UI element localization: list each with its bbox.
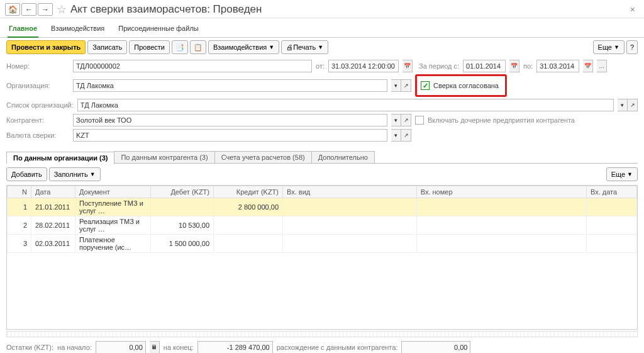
data-subtabs: По данным организации (3) По данным конт… — [6, 151, 638, 164]
col-doc[interactable]: Документ — [75, 186, 151, 198]
balance-diff-label: расхождение с данными контрагента: — [277, 344, 398, 351]
period-to-calendar-icon[interactable]: 📅 — [583, 60, 593, 72]
org-list-dropdown-icon[interactable]: ▾ — [618, 99, 628, 111]
balances-label: Остатки (KZT): — [6, 344, 53, 351]
forward-button[interactable]: → — [38, 3, 53, 16]
number-field[interactable]: ТДЛ00000002 — [73, 60, 312, 72]
balance-start-field: 0,00 — [96, 341, 146, 353]
add-row-button[interactable]: Добавить — [6, 167, 47, 181]
org-list-open-icon[interactable]: ↗ — [628, 99, 638, 111]
currency-open-icon[interactable]: ↗ — [401, 129, 411, 142]
currency-field[interactable]: KZT — [73, 129, 387, 142]
main-toolbar: Провести и закрыть Записать Провести 📑 📋… — [0, 38, 644, 57]
table-row[interactable]: 228.02.2011Реализация ТМЗ и услуг …10 53… — [8, 216, 637, 235]
org-list-label: Список организаций: — [6, 101, 74, 109]
counterparty-dropdown-icon[interactable]: ▾ — [391, 114, 401, 126]
favorite-icon[interactable]: ☆ — [57, 3, 67, 16]
col-incoming-no[interactable]: Вх. номер — [416, 186, 586, 198]
balance-end-field: -1 289 470,00 — [197, 341, 273, 353]
subtab-accounts[interactable]: Счета учета расчетов (58) — [214, 151, 312, 163]
related-icon[interactable]: 📋 — [190, 40, 206, 54]
help-button[interactable]: ? — [626, 40, 638, 54]
include-children-checkbox[interactable]: ✓ — [415, 116, 424, 125]
subtab-cp-data[interactable]: По данным контрагента (3) — [114, 151, 214, 163]
organization-field[interactable]: ТД Лакомка — [73, 79, 387, 92]
period-to-label: по: — [523, 62, 533, 70]
reconcile-agreed-label: Сверка согласована — [433, 82, 499, 89]
from-label: от: — [316, 62, 325, 70]
h-scrollbar[interactable] — [6, 331, 638, 337]
col-incoming-date[interactable]: Вх. дата — [587, 186, 637, 198]
page-title: Акт сверки взаиморасчетов: Проведен — [70, 3, 626, 16]
col-n[interactable]: N — [8, 186, 31, 198]
org-list-field[interactable]: ТД Лакомка — [77, 99, 614, 111]
counterparty-field[interactable]: Золотой век ТОО — [73, 114, 387, 126]
counterparty-open-icon[interactable]: ↗ — [401, 114, 411, 126]
period-from-calendar-icon[interactable]: 📅 — [509, 60, 519, 72]
close-button[interactable]: × — [626, 4, 639, 14]
data-table: N Дата Документ Дебет (KZT) Кредит (KZT)… — [7, 186, 637, 253]
period-to-field[interactable]: 31.03.2014 — [536, 60, 579, 72]
period-label: За период с: — [419, 62, 459, 70]
balance-start-calc-icon[interactable]: 🖩 — [150, 341, 160, 353]
balance-diff-field: 0,00 — [401, 341, 470, 353]
table-more-dropdown[interactable]: Еще▼ — [606, 167, 638, 181]
subtab-org-data[interactable]: По данным организации (3) — [6, 152, 114, 164]
section-tabs: Главное Взаимодействия Присоединенные фа… — [0, 18, 644, 38]
currency-dropdown-icon[interactable]: ▾ — [391, 129, 401, 142]
organization-dropdown-icon[interactable]: ▾ — [391, 79, 401, 92]
post-and-close-button[interactable]: Провести и закрыть — [6, 40, 86, 54]
back-button[interactable]: ← — [21, 3, 36, 16]
data-table-wrap: N Дата Документ Дебет (KZT) Кредит (KZT)… — [6, 185, 638, 330]
organization-open-icon[interactable]: ↗ — [401, 79, 411, 92]
col-credit[interactable]: Кредит (KZT) — [214, 186, 283, 198]
subtab-extra[interactable]: Дополнительно — [311, 151, 375, 163]
balance-start-label: на начало: — [57, 344, 92, 351]
from-date-field[interactable]: 31.03.2014 12:00:00 — [328, 60, 399, 72]
col-date[interactable]: Дата — [31, 186, 75, 198]
post-button[interactable]: Провести — [129, 40, 170, 54]
col-incoming-kind[interactable]: Вх. вид — [283, 186, 417, 198]
form-area: Номер: ТДЛ00000002 от: 31.03.2014 12:00:… — [0, 57, 644, 147]
include-children-label: Включать дочерние предприятия контрагент… — [428, 116, 575, 124]
reconcile-agreed-highlight: ✓ Сверка согласована — [415, 74, 507, 97]
save-button[interactable]: Записать — [87, 40, 127, 54]
currency-label: Валюта сверки: — [6, 132, 69, 139]
from-date-calendar-icon[interactable]: 📅 — [402, 60, 413, 72]
counterparty-label: Контрагент: — [6, 116, 69, 124]
home-button[interactable]: 🏠 — [5, 3, 20, 16]
structure-icon[interactable]: 📑 — [172, 40, 188, 54]
tab-interactions[interactable]: Взаимодействия — [50, 22, 106, 37]
period-from-field[interactable]: 01.01.2014 — [463, 60, 506, 72]
number-label: Номер: — [6, 62, 69, 70]
balance-end-label: на конец: — [164, 344, 194, 351]
reconcile-agreed-checkbox[interactable]: ✓ — [421, 81, 430, 90]
table-toolbar: Добавить Заполнить▼ Еще▼ — [0, 164, 644, 185]
table-row[interactable]: 302.03.2011Платежное поручение (ис…1 500… — [8, 235, 637, 253]
balances-row: Остатки (KZT): на начало: 0,00 🖩 на коне… — [0, 340, 644, 353]
tab-files[interactable]: Присоединенные файлы — [117, 22, 199, 37]
organization-label: Организация: — [6, 82, 69, 89]
more-dropdown[interactable]: Еще▼ — [593, 40, 625, 54]
fill-dropdown[interactable]: Заполнить▼ — [49, 167, 101, 181]
tab-main[interactable]: Главное — [8, 22, 38, 37]
interactions-dropdown[interactable]: Взаимодействия▼ — [208, 40, 279, 54]
print-dropdown[interactable]: 🖨 Печать▼ — [281, 40, 328, 54]
period-select-button[interactable]: … — [597, 60, 607, 72]
table-row[interactable]: 121.01.2011Поступление ТМЗ и услуг …2 80… — [8, 198, 637, 216]
col-debit[interactable]: Дебет (KZT) — [151, 186, 214, 198]
window-header: 🏠 ← → ☆ Акт сверки взаиморасчетов: Прове… — [0, 0, 644, 18]
